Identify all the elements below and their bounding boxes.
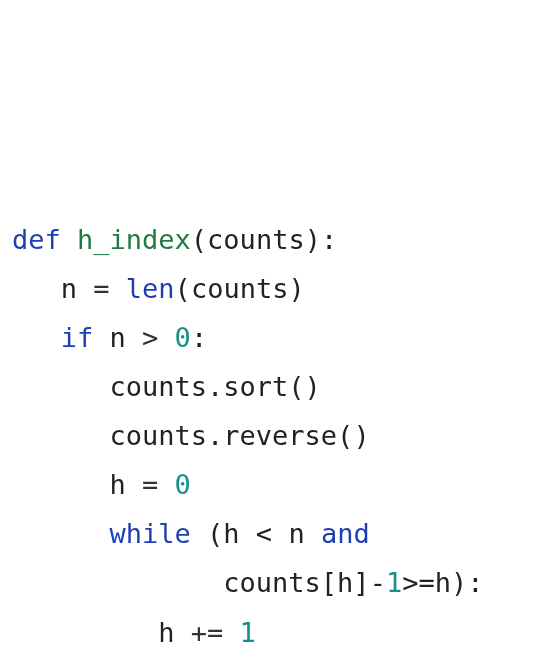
space: [191, 518, 207, 549]
indent: [12, 617, 158, 648]
code-line-8: counts[h]-1>=h):: [12, 558, 531, 607]
colon: :: [191, 322, 207, 353]
code-line-9: h += 1: [12, 608, 531, 657]
code-line-10: return h: [12, 657, 531, 661]
indent: [12, 273, 61, 304]
code-line-3: if n > 0:: [12, 313, 531, 362]
kw-if: if: [61, 322, 94, 353]
op-pluseq: +=: [175, 617, 240, 648]
var-h: h: [158, 617, 174, 648]
cond-h-lt-n: h < n: [223, 518, 304, 549]
paren-open: (: [207, 518, 223, 549]
cond-part-a: counts[h]-: [223, 567, 386, 598]
cond-part-b: >=h):: [402, 567, 483, 598]
paren-close: ): [288, 273, 304, 304]
call-reverse: counts.reverse(): [110, 420, 370, 451]
arg-counts: counts: [191, 273, 289, 304]
indent: [12, 567, 223, 598]
code-line-6: h = 0: [12, 460, 531, 509]
space: [93, 322, 109, 353]
code-line-2: n = len(counts): [12, 264, 531, 313]
indent: [12, 469, 110, 500]
indent: [12, 420, 110, 451]
space: [305, 518, 321, 549]
call-sort: counts.sort(): [110, 371, 321, 402]
num-0: 0: [175, 322, 191, 353]
indent: [12, 322, 61, 353]
num-0: 0: [175, 469, 191, 500]
indent: [12, 518, 110, 549]
code-line-4: counts.sort(): [12, 362, 531, 411]
paren-open: (: [191, 224, 207, 255]
code-line-7: while (h < n and: [12, 509, 531, 558]
num-1: 1: [240, 617, 256, 648]
var-h: h: [110, 469, 126, 500]
op-eq: =: [126, 469, 175, 500]
paren-close-colon: ):: [305, 224, 338, 255]
kw-and: and: [321, 518, 370, 549]
op-gt: >: [126, 322, 175, 353]
kw-def: def: [12, 224, 61, 255]
kw-while: while: [110, 518, 191, 549]
builtin-len: len: [126, 273, 175, 304]
var-n: n: [110, 322, 126, 353]
space: [61, 224, 77, 255]
paren-open: (: [175, 273, 191, 304]
indent: [12, 371, 110, 402]
param-counts: counts: [207, 224, 305, 255]
code-line-5: counts.reverse(): [12, 411, 531, 460]
op-eq: =: [77, 273, 126, 304]
var-n: n: [61, 273, 77, 304]
code-line-1: def h_index(counts):: [12, 215, 531, 264]
num-1: 1: [386, 567, 402, 598]
func-name: h_index: [77, 224, 191, 255]
